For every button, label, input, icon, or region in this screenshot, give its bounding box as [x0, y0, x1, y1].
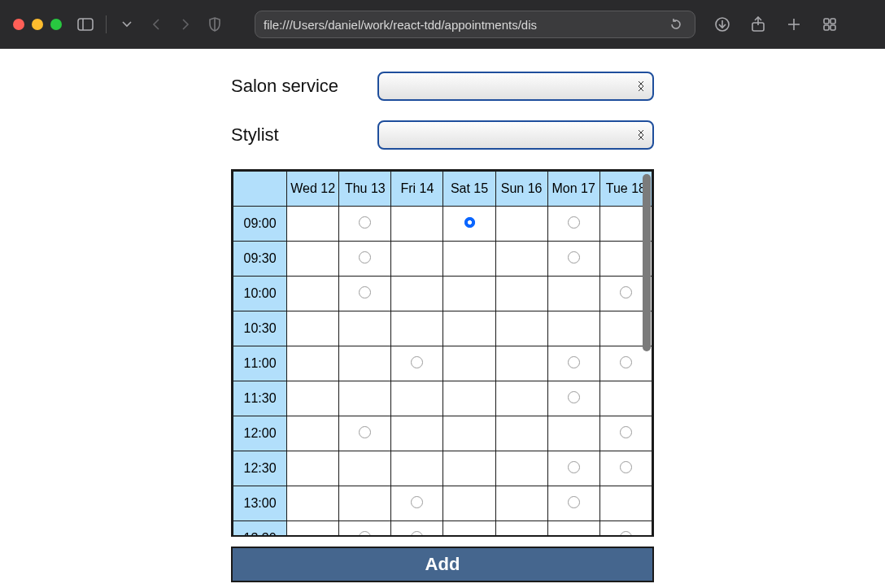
slot-cell [391, 311, 443, 346]
downloads-button[interactable] [712, 14, 733, 35]
browser-chrome: file:///Users/daniel/work/react-tdd/appo… [0, 0, 885, 49]
add-button[interactable]: Add [231, 547, 654, 582]
slot-cell[interactable] [599, 346, 652, 381]
back-button[interactable] [146, 14, 167, 35]
slot-radio[interactable] [359, 216, 371, 229]
salon-service-select[interactable] [377, 72, 654, 101]
sidebar-toggle-button[interactable] [75, 14, 96, 35]
stylist-label: Stylist [231, 124, 279, 145]
slot-cell[interactable] [547, 451, 599, 486]
slot-cell [495, 451, 547, 486]
day-header: Wed 12 [287, 172, 339, 207]
page-body: Salon service Stylist [0, 49, 885, 582]
toolbar-right [712, 14, 840, 35]
schedule-container: Wed 12Thu 13Fri 14Sat 15Sun 16Mon 17Tue … [231, 169, 654, 537]
table-row: 09:00 [233, 207, 652, 242]
time-header: 12:00 [233, 416, 287, 451]
slot-cell[interactable] [391, 486, 443, 521]
slot-cell [495, 346, 547, 381]
schedule-header-row: Wed 12Thu 13Fri 14Sat 15Sun 16Mon 17Tue … [233, 172, 652, 207]
slot-cell[interactable] [391, 346, 443, 381]
slot-cell [443, 416, 495, 451]
tab-overview-button[interactable] [819, 14, 840, 35]
slot-radio[interactable] [568, 251, 580, 264]
slot-radio[interactable] [411, 356, 423, 368]
close-window-button[interactable] [13, 19, 24, 30]
minimize-window-button[interactable] [32, 19, 43, 30]
slot-cell [547, 521, 599, 538]
slot-cell[interactable] [547, 346, 599, 381]
slot-radio[interactable] [568, 461, 580, 473]
slot-cell[interactable] [547, 207, 599, 242]
slot-cell[interactable] [339, 277, 391, 311]
day-header: Fri 14 [391, 172, 443, 207]
slot-cell [443, 311, 495, 346]
slot-cell [391, 242, 443, 277]
slot-radio[interactable] [411, 531, 423, 538]
schedule-table: Wed 12Thu 13Fri 14Sat 15Sun 16Mon 17Tue … [233, 171, 652, 537]
slot-cell [443, 242, 495, 277]
slot-radio[interactable] [568, 391, 580, 403]
slot-radio[interactable] [568, 216, 580, 229]
slot-cell [495, 207, 547, 242]
slot-cell [339, 346, 391, 381]
slot-radio[interactable] [359, 531, 371, 538]
privacy-shield-icon[interactable] [204, 14, 225, 35]
slot-cell [339, 451, 391, 486]
salon-service-label: Salon service [231, 76, 338, 96]
slot-radio[interactable] [411, 496, 423, 508]
slot-cell [287, 277, 339, 311]
slot-cell [339, 311, 391, 346]
slot-radio[interactable] [620, 426, 632, 438]
slot-cell[interactable] [339, 521, 391, 538]
slot-radio[interactable] [620, 531, 632, 538]
slot-cell[interactable] [547, 242, 599, 277]
svg-rect-12 [831, 25, 835, 30]
slot-radio[interactable] [568, 356, 580, 368]
slot-cell[interactable] [599, 521, 652, 538]
slot-cell[interactable] [599, 451, 652, 486]
slot-cell[interactable] [547, 486, 599, 521]
share-button[interactable] [748, 14, 769, 35]
slot-radio[interactable] [359, 251, 371, 264]
add-button-label: Add [425, 554, 460, 575]
time-header: 11:00 [233, 346, 287, 381]
slot-cell [547, 416, 599, 451]
slot-radio[interactable] [568, 496, 580, 508]
slot-cell [287, 451, 339, 486]
stylist-select[interactable] [377, 120, 654, 150]
address-bar[interactable]: file:///Users/daniel/work/react-tdd/appo… [255, 11, 695, 38]
slot-cell[interactable] [443, 207, 495, 242]
slot-cell [443, 486, 495, 521]
forward-button[interactable] [175, 14, 196, 35]
slot-cell[interactable] [339, 416, 391, 451]
svg-rect-11 [824, 25, 829, 30]
slot-radio[interactable] [620, 356, 632, 368]
slot-cell [443, 451, 495, 486]
slot-radio[interactable] [620, 286, 632, 298]
toolbar-separator [106, 15, 107, 33]
slot-cell [391, 277, 443, 311]
slot-cell[interactable] [391, 521, 443, 538]
slot-cell [495, 521, 547, 538]
slot-cell [547, 277, 599, 311]
reload-button[interactable] [665, 14, 687, 35]
schedule-scrollbar[interactable] [643, 174, 651, 351]
fullscreen-window-button[interactable] [50, 19, 62, 30]
slot-cell [547, 311, 599, 346]
slot-cell[interactable] [339, 242, 391, 277]
slot-radio[interactable] [620, 461, 632, 473]
slot-cell [495, 277, 547, 311]
tab-group-dropdown-button[interactable] [116, 14, 137, 35]
svg-rect-10 [831, 19, 835, 24]
slot-cell[interactable] [547, 381, 599, 416]
time-header: 10:00 [233, 277, 287, 311]
slot-cell [495, 311, 547, 346]
slot-radio-selected[interactable] [464, 217, 475, 228]
slot-radio[interactable] [359, 426, 371, 438]
slot-radio[interactable] [359, 286, 371, 298]
svg-rect-9 [824, 19, 829, 24]
slot-cell[interactable] [599, 416, 652, 451]
slot-cell[interactable] [339, 207, 391, 242]
new-tab-button[interactable] [783, 14, 804, 35]
